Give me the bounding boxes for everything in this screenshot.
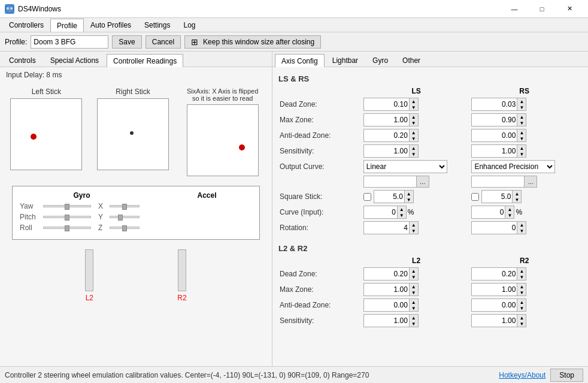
minimize-button[interactable]: —	[501, 0, 528, 18]
rs-curve-dropdown[interactable]: Linear Enhanced Precision Quadratic Cubi…	[471, 160, 555, 173]
close-button[interactable]: ✕	[556, 0, 583, 18]
cancel-button[interactable]: Cancel	[146, 35, 181, 49]
rs-rotation-up[interactable]: ▲	[517, 222, 526, 228]
r2-sensitivity-down[interactable]: ▼	[517, 321, 526, 327]
ls-curve-down[interactable]: ▼	[398, 212, 406, 218]
l2-anti-dead-zone-down[interactable]: ▼	[410, 305, 418, 311]
tab-gyro[interactable]: Gyro	[366, 53, 395, 67]
l2-sensitivity-up[interactable]: ▲	[410, 315, 418, 321]
rs-square-up[interactable]: ▲	[513, 191, 521, 197]
tab-lightbar[interactable]: Lightbar	[326, 53, 365, 67]
rs-curve-ellipsis-btn[interactable]: …	[525, 176, 537, 187]
rs-anti-dead-zone-down[interactable]: ▼	[517, 135, 526, 141]
rs-sensitivity-input[interactable]	[472, 145, 517, 157]
l2-anti-dead-zone-input[interactable]	[364, 299, 409, 311]
tab-auto-profiles[interactable]: Auto Profiles	[84, 19, 138, 32]
ls-custom-curve-btn[interactable]: …	[363, 176, 429, 188]
rs-curve-down[interactable]: ▼	[505, 212, 514, 218]
ls-dead-zone-down[interactable]: ▼	[410, 104, 418, 110]
rs-max-zone-down[interactable]: ▼	[517, 120, 526, 126]
keep-size-button[interactable]: ⊞ Keep this window size after closing	[184, 35, 321, 49]
rs-dead-zone-up[interactable]: ▲	[517, 98, 526, 104]
ls-max-zone-up[interactable]: ▲	[410, 114, 418, 120]
profile-name-input[interactable]	[31, 35, 108, 49]
rs-curve-up[interactable]: ▲	[505, 206, 514, 212]
l2-max-zone-down[interactable]: ▼	[410, 289, 418, 295]
r2-max-zone-input[interactable]	[472, 284, 517, 295]
ls-sensitivity-input[interactable]	[364, 145, 409, 157]
ls-anti-dead-zone-input[interactable]	[364, 129, 409, 141]
ls-square-stick-checkbox[interactable]	[363, 193, 371, 201]
ls-sensitivity-up[interactable]: ▲	[410, 145, 418, 151]
rs-rotation-input[interactable]	[472, 222, 517, 234]
r2-dead-zone-down[interactable]: ▼	[517, 274, 526, 280]
l2-dead-zone-up[interactable]: ▲	[410, 268, 418, 274]
r2-anti-dead-zone-input[interactable]	[472, 299, 517, 311]
ls-square-up[interactable]: ▲	[405, 191, 413, 197]
rs-custom-curve-btn[interactable]: …	[471, 176, 537, 188]
rs-square-stick-checkbox[interactable]	[471, 193, 479, 201]
ls-rotation-up[interactable]: ▲	[410, 222, 418, 228]
tab-log[interactable]: Log	[177, 19, 202, 32]
tab-other[interactable]: Other	[396, 53, 427, 67]
l2-anti-dead-zone-up[interactable]: ▲	[410, 299, 418, 305]
rs-anti-dead-zone-input[interactable]	[472, 129, 517, 141]
ls-curve-dropdown[interactable]: Linear Enhanced Precision Quadratic Cubi…	[363, 160, 447, 173]
r2-max-zone-up[interactable]: ▲	[517, 284, 526, 289]
l2-anti-dead-zone-wrap: ▲ ▼	[363, 298, 419, 312]
ls-square-down[interactable]: ▼	[405, 197, 413, 203]
l2-sensitivity-down[interactable]: ▼	[410, 321, 418, 327]
r2-sensitivity-up[interactable]: ▲	[517, 315, 526, 321]
l2r2-dead-zone-label: Dead Zone:	[278, 266, 362, 282]
tab-controllers[interactable]: Controllers	[2, 19, 50, 32]
l2-dead-zone-spin: ▲ ▼	[409, 268, 418, 280]
ls-max-zone-down[interactable]: ▼	[410, 120, 418, 126]
rs-dead-zone-down[interactable]: ▼	[517, 104, 526, 110]
tab-profile[interactable]: Profile	[50, 19, 84, 32]
rs-square-down[interactable]: ▼	[513, 197, 521, 203]
tab-controller-readings[interactable]: Controller Readings	[107, 54, 183, 67]
yaw-label: Yaw	[20, 202, 41, 210]
ls-anti-dead-zone-down[interactable]: ▼	[410, 135, 418, 141]
ls-sensitivity-down[interactable]: ▼	[410, 151, 418, 157]
rs-rotation-down[interactable]: ▼	[517, 228, 526, 234]
rs-sensitivity-up[interactable]: ▲	[517, 145, 526, 151]
rs-max-zone-up[interactable]: ▲	[517, 114, 526, 120]
save-button[interactable]: Save	[112, 35, 141, 49]
hotkeys-about-link[interactable]: Hotkeys/About	[499, 371, 545, 379]
ls-curve-up[interactable]: ▲	[398, 206, 406, 212]
ls-dead-zone-up[interactable]: ▲	[410, 98, 418, 104]
r2-anti-dead-zone-up[interactable]: ▲	[517, 299, 526, 305]
ls-anti-dead-zone-up[interactable]: ▲	[410, 129, 418, 135]
rs-anti-dead-zone-up[interactable]: ▲	[517, 129, 526, 135]
l2-max-zone-input[interactable]	[364, 284, 409, 295]
tab-controls[interactable]: Controls	[2, 53, 43, 67]
rs-curve-pct-input[interactable]	[472, 206, 505, 218]
r2-max-zone-down[interactable]: ▼	[517, 289, 526, 295]
l2-dead-zone-down[interactable]: ▼	[410, 274, 418, 280]
ls-rotation-input[interactable]	[364, 222, 409, 234]
r2-dead-zone-up[interactable]: ▲	[517, 268, 526, 274]
tab-special-actions[interactable]: Special Actions	[44, 53, 105, 67]
maximize-button[interactable]: □	[528, 0, 556, 18]
tab-settings[interactable]: Settings	[138, 19, 177, 32]
l2-sensitivity-input[interactable]	[364, 315, 409, 327]
rs-max-zone-input[interactable]	[472, 114, 517, 126]
r2-sensitivity-input[interactable]	[472, 315, 517, 327]
ls-rotation-down[interactable]: ▼	[410, 228, 418, 234]
ls-curve-pct-input[interactable]	[364, 206, 397, 218]
l2-max-zone-up[interactable]: ▲	[410, 284, 418, 289]
rs-square-val-input[interactable]	[482, 191, 512, 203]
r2-dead-zone-input[interactable]	[472, 268, 517, 280]
tab-axis-config[interactable]: Axis Config	[275, 54, 325, 67]
ls-max-zone-input[interactable]	[364, 114, 409, 126]
r2-anti-dead-zone-down[interactable]: ▼	[517, 305, 526, 311]
ls-square-val-input[interactable]	[374, 191, 404, 203]
stop-button[interactable]: Stop	[550, 369, 583, 382]
l2-dead-zone-input[interactable]	[364, 268, 409, 280]
l2-r2-section-title: L2 & R2	[278, 240, 578, 255]
ls-curve-ellipsis-btn[interactable]: …	[417, 176, 429, 187]
ls-dead-zone-input[interactable]	[364, 98, 409, 110]
rs-dead-zone-input[interactable]	[472, 98, 517, 110]
rs-sensitivity-down[interactable]: ▼	[517, 151, 526, 157]
